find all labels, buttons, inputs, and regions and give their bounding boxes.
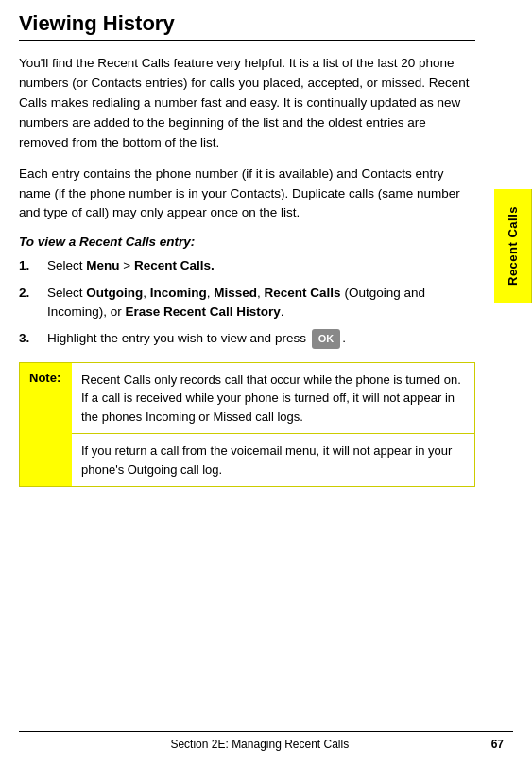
step-2: 2. Select Outgoing, Incoming, Missed, Re… [19,284,475,322]
intro-paragraph-2: Each entry contains the phone number (if… [19,165,475,224]
step-1-number: 1. [19,256,42,275]
step-3: 3. Highlight the entry you wish to view … [19,329,475,349]
sidebar-tab: Recent Calls [494,189,532,303]
page-title: Viewing History [19,11,475,36]
step-2-text: Select Outgoing, Incoming, Missed, Recen… [47,284,475,322]
steps-list: 1. Select Menu > Recent Calls. 2. Select… [19,256,475,348]
intro-paragraph-1: You'll find the Recent Calls feature ver… [19,54,475,153]
step-2-number: 2. [19,284,42,303]
ok-button[interactable]: OK [312,329,341,349]
steps-intro: To view a Recent Calls entry: [19,235,475,249]
title-divider [19,40,475,41]
note-content: Recent Calls only records call that occu… [72,363,474,487]
step-2-erase: Erase Recent Call History [126,305,281,319]
note-label: Note: [20,363,72,487]
step-1-recent-calls: Recent Calls. [134,258,215,272]
page-container: Viewing History You'll find the Recent C… [0,0,532,766]
step-1: 1. Select Menu > Recent Calls. [19,256,475,275]
main-content: Viewing History You'll find the Recent C… [0,0,532,498]
note-box: Note: Recent Calls only records call tha… [19,362,475,488]
note-row-2: If you return a call from the voicemail … [72,433,474,486]
footer-page: 67 [491,738,504,751]
note-row-1: Recent Calls only records call that occu… [72,363,474,434]
step-2-recent-calls: Recent Calls [265,286,341,300]
step-1-menu: Menu [86,258,119,272]
step-3-text: Highlight the entry you wish to view and… [47,329,475,349]
footer-section: Section 2E: Managing Recent Calls [28,738,491,751]
step-1-text: Select Menu > Recent Calls. [47,256,475,275]
step-2-missed: Missed [214,286,257,300]
footer: Section 2E: Managing Recent Calls 67 [19,731,513,751]
footer-inner: Section 2E: Managing Recent Calls 67 [19,738,513,751]
step-3-number: 3. [19,329,42,348]
step-2-incoming: Incoming [150,286,207,300]
step-2-outgoing: Outgoing [86,286,143,300]
